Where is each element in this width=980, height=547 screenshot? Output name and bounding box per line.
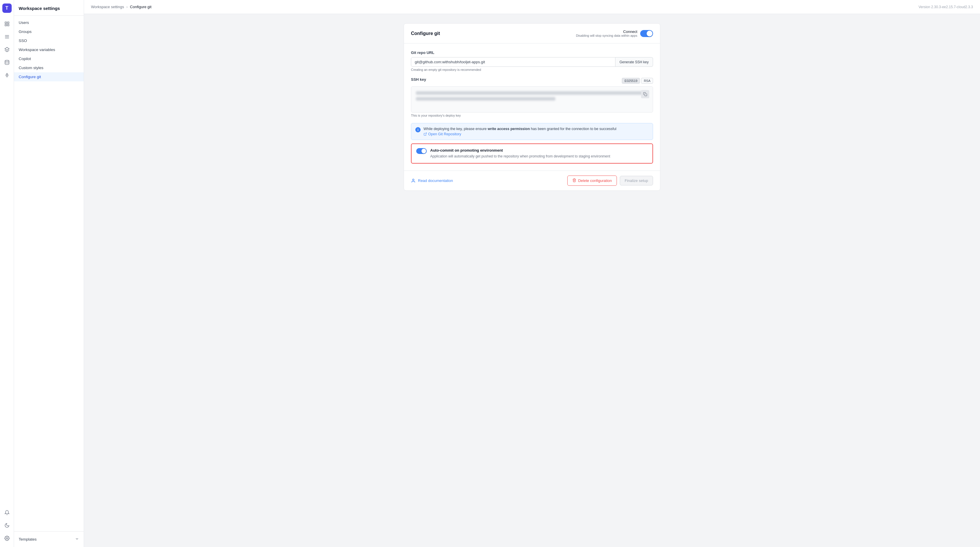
finalize-setup-button[interactable]: Finalize setup [620,176,653,186]
ssh-badge-fingerprint[interactable]: E025519 [622,78,640,84]
ssh-badge-rsa[interactable]: RSA [641,78,653,84]
chevron-down-icon [75,537,79,542]
svg-point-8 [5,60,9,62]
copy-ssh-key-button[interactable] [641,90,649,98]
git-repo-hint: Creating an empty git repository is reco… [411,68,653,72]
breadcrumb: Workspace settings › Configure git [91,5,151,9]
ssh-key-header: SSH key E025519 RSA [411,77,653,84]
topbar: Workspace settings › Configure git Versi… [84,0,980,14]
gear-icon-btn[interactable] [2,533,12,544]
sidebar-item-workspace-variables[interactable]: Workspace variables [14,45,84,54]
svg-point-9 [6,537,8,539]
ssh-key-blurred-line-2 [416,97,555,100]
list-icon-btn[interactable] [2,32,12,42]
sidebar: Workspace settings Users Groups SSO Work… [14,0,84,547]
configure-git-card: Configure git Connect Disabling will sto… [404,23,660,191]
ssh-key-hint: This is your repository's deploy key [411,114,653,117]
sidebar-item-users[interactable]: Users [14,18,84,27]
connect-toggle[interactable] [640,30,653,37]
card-title: Configure git [411,31,440,36]
sidebar-item-copilot[interactable]: Copilot [14,54,84,63]
sidebar-templates[interactable]: Templates [14,534,84,545]
bell-icon-btn[interactable] [2,507,12,518]
trash-icon [572,178,576,183]
svg-rect-2 [5,24,6,26]
icon-bar: T [0,0,14,547]
delete-configuration-button[interactable]: Delete configuration [567,175,617,186]
content-area: Configure git Connect Disabling will sto… [84,14,980,547]
auto-commit-description: Application will automatically get pushe… [430,154,648,159]
ssh-key-label: SSH key [411,77,426,82]
database-icon-btn[interactable] [2,57,12,68]
generate-ssh-key-button[interactable]: Generate SSH key [616,57,653,67]
auto-commit-box: Auto-commit on promoting environment App… [411,143,653,164]
svg-line-11 [425,133,427,135]
card-header: Configure git Connect Disabling will sto… [404,24,660,43]
breadcrumb-parent[interactable]: Workspace settings [91,5,124,9]
card-body: Git repo URL Generate SSH key Creating a… [404,43,660,170]
read-documentation-link[interactable]: Read documentation [411,178,453,183]
svg-rect-1 [7,22,9,23]
connect-label: Connect [576,29,637,34]
ssh-key-field: SSH key E025519 RSA [411,77,653,117]
info-text: While deploying the key, please ensure w… [423,127,616,131]
ssh-key-box [411,86,653,113]
sidebar-item-custom-styles[interactable]: Custom styles [14,63,84,72]
layers-icon-btn[interactable] [2,45,12,55]
auto-commit-toggle[interactable] [416,148,427,154]
sidebar-item-sso[interactable]: SSO [14,36,84,45]
main-content: Workspace settings › Configure git Versi… [84,0,980,547]
svg-rect-0 [5,22,6,23]
breadcrumb-current: Configure git [130,5,152,9]
sidebar-nav: Users Groups SSO Workspace variables Cop… [14,16,84,531]
git-repo-input-row: Generate SSH key [411,57,653,67]
auto-commit-title: Auto-commit on promoting environment [430,148,648,153]
open-git-repository-link[interactable]: Open Git Repository [423,132,616,136]
sidebar-item-groups[interactable]: Groups [14,27,84,36]
svg-rect-3 [7,24,9,26]
git-repo-input[interactable] [411,57,616,67]
info-icon: i [415,127,421,132]
plug-icon-btn[interactable] [2,70,12,81]
app-logo[interactable]: T [2,3,12,13]
sidebar-footer: Templates [14,531,84,547]
breadcrumb-chevron-icon: › [126,5,127,9]
connect-section: Connect Disabling will stop syncing data… [576,29,653,37]
info-box: i While deploying the key, please ensure… [411,123,653,140]
svg-marker-7 [5,48,9,51]
card-footer: Read documentation Delete configura [404,170,660,191]
git-repo-label: Git repo URL [411,51,653,55]
sidebar-item-configure-git[interactable]: Configure git [14,72,84,81]
svg-point-12 [412,179,414,180]
moon-icon-btn[interactable] [2,520,12,531]
version-text: Version 2.30.3-ee2.15.7-cloud2.3.3 [918,5,973,9]
git-repo-field: Git repo URL Generate SSH key Creating a… [411,51,653,72]
ssh-badges: E025519 RSA [622,78,653,84]
grid-icon-btn[interactable] [2,19,12,29]
ssh-key-blurred-line-1 [416,91,648,95]
connect-sublabel: Disabling will stop syncing data within … [576,34,637,37]
svg-rect-10 [644,94,647,96]
footer-actions: Delete configuration Finalize setup [567,175,653,186]
sidebar-header: Workspace settings [14,0,84,16]
